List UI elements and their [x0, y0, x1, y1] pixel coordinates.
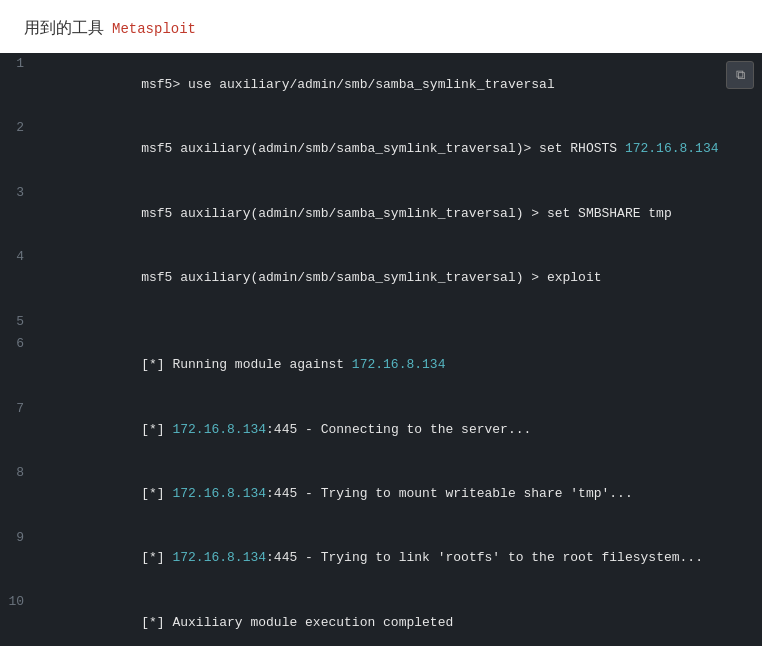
code-text: [*] 172.16.8.134:445 - Connecting to the…: [141, 422, 531, 437]
code-text: [*] 172.16.8.134:445 - Trying to link 'r…: [141, 550, 703, 565]
line-content: [*] Running module against 172.16.8.134: [28, 333, 762, 397]
code-text: msf5 auxiliary(admin/smb/samba_symlink_t…: [141, 141, 718, 156]
tool-section: 用到的工具 Metasploit: [0, 0, 762, 53]
line-number: 5: [0, 311, 28, 334]
tool-name: Metasploit: [112, 21, 196, 37]
line-content: msf5 auxiliary(admin/smb/samba_symlink_t…: [28, 117, 762, 181]
line-content: [28, 311, 762, 334]
table-row: 1 msf5> use auxiliary/admin/smb/samba_sy…: [0, 53, 762, 117]
code-text: [*] 172.16.8.134:445 - Trying to mount w…: [141, 486, 633, 501]
line-number: 3: [0, 182, 28, 246]
code-text: msf5> use auxiliary/admin/smb/samba_syml…: [141, 77, 554, 92]
line-number: 7: [0, 398, 28, 462]
code-table-1: 1 msf5> use auxiliary/admin/smb/samba_sy…: [0, 53, 762, 646]
code-text: [*] Auxiliary module execution completed: [141, 615, 453, 630]
table-row: 2 msf5 auxiliary(admin/smb/samba_symlink…: [0, 117, 762, 181]
table-row: 9 [*] 172.16.8.134:445 - Trying to link …: [0, 527, 762, 591]
code-text: msf5 auxiliary(admin/smb/samba_symlink_t…: [141, 270, 601, 285]
tool-prefix-text: 用到的工具: [24, 18, 104, 39]
table-row: 3 msf5 auxiliary(admin/smb/samba_symlink…: [0, 182, 762, 246]
table-row: 5: [0, 311, 762, 334]
code-text: msf5 auxiliary(admin/smb/samba_symlink_t…: [141, 206, 672, 221]
line-number: 10: [0, 591, 28, 646]
line-content: msf5> use auxiliary/admin/smb/samba_syml…: [28, 53, 762, 117]
tool-label: 用到的工具 Metasploit: [24, 18, 738, 39]
line-number: 1: [0, 53, 28, 117]
table-row: 4 msf5 auxiliary(admin/smb/samba_symlink…: [0, 246, 762, 310]
table-row: 6 [*] Running module against 172.16.8.13…: [0, 333, 762, 397]
line-number: 2: [0, 117, 28, 181]
copy-icon-1: ⧉: [736, 67, 745, 83]
line-content: [*] 172.16.8.134:445 - Connecting to the…: [28, 398, 762, 462]
line-content: [*] Auxiliary module execution completed: [28, 591, 762, 646]
code-block-1: ⧉ 1 msf5> use auxiliary/admin/smb/samba_…: [0, 53, 762, 646]
line-content: [*] 172.16.8.134:445 - Trying to link 'r…: [28, 527, 762, 591]
code-text: [*] Running module against 172.16.8.134: [141, 357, 445, 372]
line-number: 4: [0, 246, 28, 310]
page-container: 用到的工具 Metasploit ⧉ 1 msf5> use auxiliary…: [0, 0, 762, 646]
line-content: msf5 auxiliary(admin/smb/samba_symlink_t…: [28, 246, 762, 310]
line-content: msf5 auxiliary(admin/smb/samba_symlink_t…: [28, 182, 762, 246]
code-scroll-1: 1 msf5> use auxiliary/admin/smb/samba_sy…: [0, 53, 762, 646]
line-number: 8: [0, 462, 28, 526]
copy-button-1[interactable]: ⧉: [726, 61, 754, 89]
line-content: [*] 172.16.8.134:445 - Trying to mount w…: [28, 462, 762, 526]
table-row: 10 [*] Auxiliary module execution comple…: [0, 591, 762, 646]
line-number: 9: [0, 527, 28, 591]
line-number: 6: [0, 333, 28, 397]
table-row: 8 [*] 172.16.8.134:445 - Trying to mount…: [0, 462, 762, 526]
table-row: 7 [*] 172.16.8.134:445 - Connecting to t…: [0, 398, 762, 462]
